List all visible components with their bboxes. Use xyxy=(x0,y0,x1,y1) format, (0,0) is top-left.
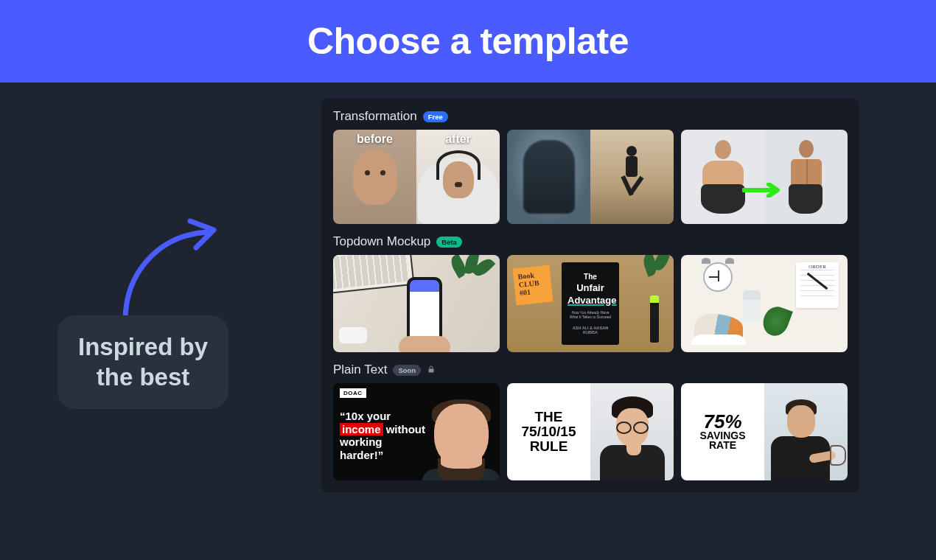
callout-line-1: Inspired by xyxy=(78,332,208,362)
doac-quote: “10x your income without working harder!… xyxy=(340,410,428,462)
page-title: Choose a template xyxy=(307,20,629,63)
template-thumb[interactable]: 75% SAVINGS RATE xyxy=(681,383,848,480)
section-transformation: Transformation Free before after xyxy=(333,109,848,224)
savings-text: 75% SAVINGS RATE xyxy=(700,413,746,450)
template-thumb[interactable]: ORDER xyxy=(681,255,848,352)
template-panel: Transformation Free before after Topd xyxy=(321,99,859,492)
template-thumb[interactable] xyxy=(507,130,674,224)
badge-soon: Soon xyxy=(393,365,421,376)
book-cover: The Unfair Advantage How You Already Hav… xyxy=(562,262,619,345)
section-title: Topdown Mockup xyxy=(333,234,430,249)
section-title: Transformation xyxy=(333,109,417,124)
lock-icon xyxy=(427,363,436,377)
label-after: after xyxy=(416,133,500,146)
section-plaintext: Plain Text Soon DOAC “10x your income wi… xyxy=(333,363,848,480)
section-title: Plain Text xyxy=(333,363,387,377)
template-thumb[interactable]: DOAC “10x your income without working ha… xyxy=(333,383,500,480)
arrow-icon xyxy=(111,214,228,332)
badge-free: Free xyxy=(423,111,448,122)
template-thumb[interactable]: before after xyxy=(333,130,500,224)
label-before: before xyxy=(333,133,416,146)
svg-rect-0 xyxy=(429,369,434,373)
section-topdown: Topdown Mockup Beta Book CLUB #01 xyxy=(333,234,848,352)
template-thumb[interactable]: Book CLUB #01 The Unfair Advantage How Y… xyxy=(507,255,674,352)
book-line: Advantage xyxy=(567,295,613,306)
template-thumb[interactable] xyxy=(333,255,500,352)
callout-bubble: Inspired by the best xyxy=(57,315,228,409)
badge-beta: Beta xyxy=(436,237,462,248)
book-sub: How You Already Have What It Takes to Su… xyxy=(567,310,613,319)
book-line: The xyxy=(567,273,613,281)
callout-line-2: the best xyxy=(78,362,208,392)
book-author: ASH ALI & HASAN KUBBA xyxy=(567,326,613,335)
header-banner: Choose a template xyxy=(0,0,936,83)
sticky-note: Book CLUB #01 xyxy=(513,265,553,306)
doac-tag: DOAC xyxy=(340,388,366,398)
rule-text: THE 75/10/15 RULE xyxy=(522,410,576,454)
notepad-title: ORDER xyxy=(796,264,839,270)
book-line: Unfair xyxy=(567,282,613,293)
template-thumb[interactable]: THE 75/10/15 RULE xyxy=(507,383,674,480)
template-thumb[interactable] xyxy=(681,130,848,224)
arrow-right-icon xyxy=(742,183,786,197)
